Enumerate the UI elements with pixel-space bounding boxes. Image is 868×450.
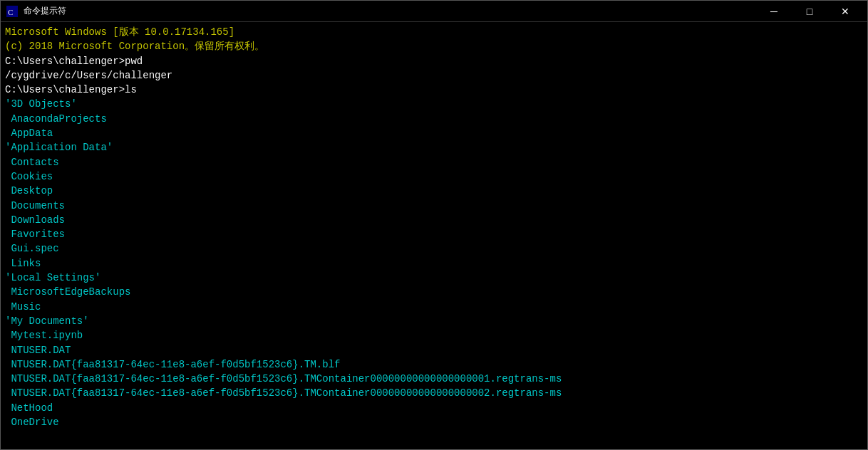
- terminal-line: (c) 2018 Microsoft Corporation。保留所有权利。: [5, 39, 863, 53]
- cmd-icon: C: [6, 6, 18, 17]
- terminal-line: OneDrive: [5, 415, 863, 429]
- terminal-line: 'Local Settings': [5, 271, 863, 285]
- terminal-line: AppData: [5, 126, 863, 140]
- terminal-line: Music: [5, 300, 863, 314]
- terminal-line: NTUSER.DAT: [5, 343, 863, 357]
- terminal-line: NetHood: [5, 401, 863, 415]
- terminal-line: C:\Users\challenger>ls: [5, 83, 863, 97]
- maximize-button[interactable]: □: [793, 1, 826, 21]
- terminal-line: Cookies: [5, 169, 863, 184]
- terminal-line: Downloads: [5, 213, 863, 227]
- titlebar-left: C 命令提示符: [6, 5, 66, 17]
- close-button[interactable]: ✕: [829, 1, 862, 21]
- terminal-line: AnacondaProjects: [5, 112, 863, 126]
- terminal-line: Links: [5, 256, 863, 271]
- terminal-line: Gui.spec: [5, 241, 863, 256]
- terminal-line: Desktop: [5, 184, 863, 198]
- terminal-line: Documents: [5, 199, 863, 213]
- terminal-line: 'Application Data': [5, 140, 863, 155]
- terminal-line: NTUSER.DAT{faa81317-64ec-11e8-a6ef-f0d5b…: [5, 357, 863, 372]
- terminal-line: /cygdrive/c/Users/challenger: [5, 68, 863, 83]
- terminal-line: NTUSER.DAT{faa81317-64ec-11e8-a6ef-f0d5b…: [5, 386, 863, 400]
- terminal-line: C:\Users\challenger>pwd: [5, 54, 863, 68]
- titlebar: C 命令提示符 ─ □ ✕: [1, 1, 867, 22]
- terminal-line: '3D Objects': [5, 97, 863, 111]
- terminal-line: MicrosoftEdgeBackups: [5, 285, 863, 299]
- terminal-line: Contacts: [5, 155, 863, 169]
- minimize-button[interactable]: ─: [758, 1, 790, 21]
- window-title: 命令提示符: [24, 5, 66, 17]
- terminal-line: NTUSER.DAT{faa81317-64ec-11e8-a6ef-f0d5b…: [5, 372, 863, 386]
- terminal-line: 'My Documents': [5, 314, 863, 328]
- window-controls: ─ □ ✕: [758, 1, 862, 21]
- terminal-line: Microsoft Windows [版本 10.0.17134.165]: [5, 25, 863, 39]
- terminal-body[interactable]: Microsoft Windows [版本 10.0.17134.165](c)…: [1, 22, 867, 449]
- terminal-line: Mytest.ipynb: [5, 328, 863, 342]
- terminal-line: Favorites: [5, 227, 863, 241]
- cmd-window: C 命令提示符 ─ □ ✕ Microsoft Windows [版本 10.0…: [0, 0, 868, 450]
- svg-text:C: C: [8, 8, 13, 16]
